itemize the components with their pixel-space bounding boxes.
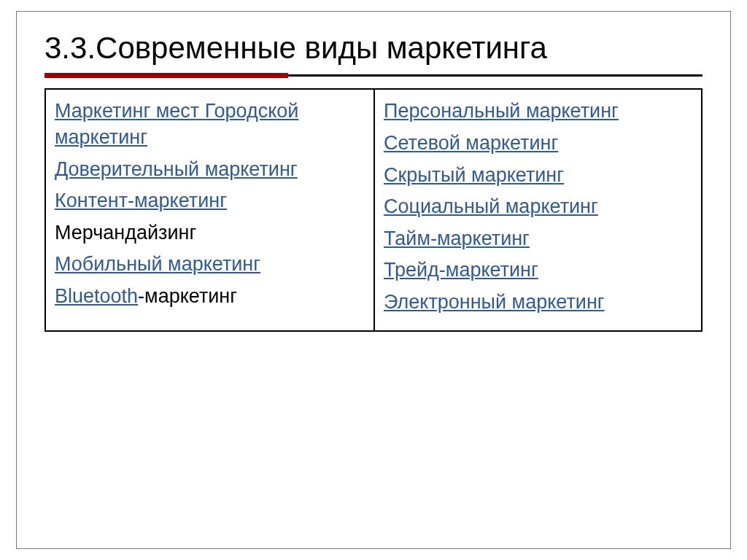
text-part: -маркетинг [138,285,237,307]
link-item[interactable]: Тайм-маркетинг [384,226,694,252]
link-item[interactable]: Доверительный маркетинг [55,157,366,183]
accent-bar [44,73,703,78]
link-item[interactable]: Скрытый маркетинг [384,163,694,189]
link-item[interactable]: Контент-маркетинг [55,188,366,214]
link-item[interactable]: Персональный маркетинг [384,98,694,125]
link-item[interactable]: Мобильный маркетинг [55,252,366,278]
accent-red [44,73,288,78]
content-table: Маркетинг мест Городской маркетинг Довер… [44,88,703,331]
left-column: Маркетинг мест Городской маркетинг Довер… [46,90,374,330]
link-part[interactable]: Bluetooth [55,285,138,307]
link-item[interactable]: Сетевой маркетинг [384,131,694,157]
link-item[interactable]: Маркетинг мест Городской маркетинг [55,98,366,150]
text-item: Мерчандайзинг [55,220,366,246]
link-item[interactable]: Трейд-маркетинг [384,257,694,284]
slide-title: 3.3.Современные виды маркетинга [44,31,703,66]
mixed-item: Bluetooth-маркетинг [55,284,366,310]
accent-black [288,74,703,77]
link-item[interactable]: Электронный маркетинг [384,289,694,316]
link-item[interactable]: Социальный маркетинг [384,194,694,220]
slide: 3.3.Современные виды маркетинга Маркетин… [16,11,731,549]
right-column: Персональный маркетинг Сетевой маркетинг… [374,90,701,330]
